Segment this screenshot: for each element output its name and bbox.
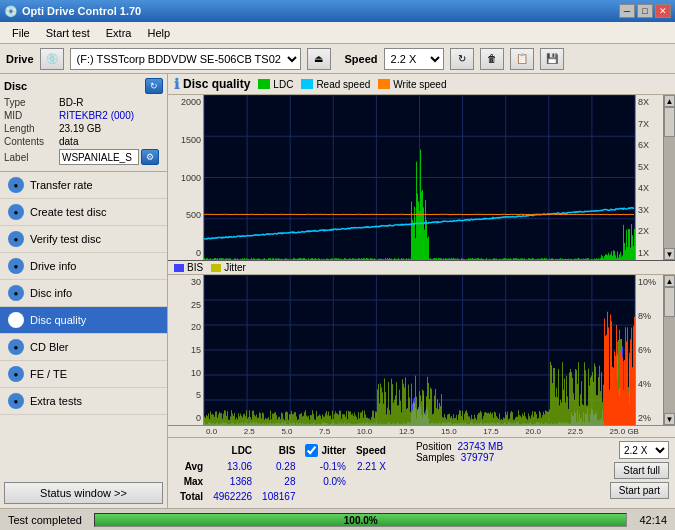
col-bis-header: BIS	[258, 443, 299, 458]
disc-header: Disc ↻	[4, 78, 163, 94]
legend-write-speed: Write speed	[378, 79, 446, 90]
maximize-button[interactable]: □	[637, 4, 653, 18]
bottom-chart-y-axis-right: 10% 8% 6% 4% 2%	[635, 275, 663, 425]
disc-refresh-button[interactable]: ↻	[145, 78, 163, 94]
row-avg-jitter: -0.1%	[301, 460, 349, 473]
stats-position-area: Position 23743 MB Samples 379797	[400, 441, 602, 463]
top-chart-canvas	[204, 95, 635, 260]
start-full-button[interactable]: Start full	[614, 462, 669, 479]
menu-help[interactable]: Help	[139, 25, 178, 41]
row-avg-label: Avg	[176, 460, 207, 473]
nav-icon-fe-te: ●	[8, 366, 24, 382]
nav-item-create-test-disc[interactable]: ● Create test disc	[0, 199, 167, 226]
row-avg-speed: 2.21 X	[352, 460, 390, 473]
bottom-chart-y-axis-left: 30 25 20 15 10 5 0	[168, 275, 204, 425]
app-icon: 💿	[4, 5, 18, 18]
nav-icon-disc-quality: ●	[8, 312, 24, 328]
title-bar-title: 💿 Opti Drive Control 1.70	[4, 5, 141, 18]
x-axis-labels: 0.0 2.5 5.0 7.5 10.0 12.5 15.0 17.5 20.0…	[168, 425, 675, 437]
save-button[interactable]: 💾	[540, 48, 564, 70]
legend-read-speed-box	[301, 79, 313, 89]
progress-text: 100.0%	[95, 515, 626, 526]
legend-jitter: Jitter	[211, 262, 246, 273]
nav-item-extra-tests[interactable]: ● Extra tests	[0, 388, 167, 415]
minimize-button[interactable]: ─	[619, 4, 635, 18]
legend-write-speed-box	[378, 79, 390, 89]
position-value: 23743 MB	[458, 441, 504, 452]
menu-extra[interactable]: Extra	[98, 25, 140, 41]
nav-label-verify-test-disc: Verify test disc	[30, 233, 101, 245]
left-panel: Disc ↻ Type BD-R MID RITEKBR2 (000) Leng…	[0, 74, 168, 508]
nav-label-drive-info: Drive info	[30, 260, 76, 272]
bottom-chart-scrollbar[interactable]: ▲ ▼	[663, 275, 675, 425]
legend-read-speed: Read speed	[301, 79, 370, 90]
bottom-scroll-down-button[interactable]: ▼	[664, 413, 675, 425]
col-jitter-header: Jitter	[321, 445, 345, 456]
title-bar: 💿 Opti Drive Control 1.70 ─ □ ✕	[0, 0, 675, 22]
disc-label-label: Label	[4, 152, 59, 163]
top-chart-scrollbar[interactable]: ▲ ▼	[663, 95, 675, 260]
disc-contents-label: Contents	[4, 136, 59, 147]
row-max-bis: 28	[258, 475, 299, 488]
row-max-jitter: 0.0%	[301, 475, 349, 488]
speed-select[interactable]: 2.2 X	[384, 48, 444, 70]
copy-button[interactable]: 📋	[510, 48, 534, 70]
close-button[interactable]: ✕	[655, 4, 671, 18]
bottom-chart-canvas	[204, 275, 635, 425]
bottom-scroll-thumb[interactable]	[664, 287, 675, 317]
jitter-checkbox[interactable]	[305, 444, 318, 457]
nav-item-fe-te[interactable]: ● FE / TE	[0, 361, 167, 388]
eject-button[interactable]: ⏏	[307, 48, 331, 70]
scroll-up-button[interactable]: ▲	[664, 95, 675, 107]
nav-label-extra-tests: Extra tests	[30, 395, 82, 407]
row-max-label: Max	[176, 475, 207, 488]
bis-chart-header: BIS Jitter	[168, 261, 675, 275]
charts-area: 2000 1500 1000 500 0 8X 7X 6X	[168, 95, 675, 437]
bottom-scroll-up-button[interactable]: ▲	[664, 275, 675, 287]
erase-button[interactable]: 🗑	[480, 48, 504, 70]
row-max-ldc: 1368	[209, 475, 256, 488]
drive-icon-button[interactable]: 💿	[40, 48, 64, 70]
nav-item-disc-info[interactable]: ● Disc info	[0, 280, 167, 307]
refresh-drive-button[interactable]: ↻	[450, 48, 474, 70]
status-window-button[interactable]: Status window >>	[4, 482, 163, 504]
nav-item-drive-info[interactable]: ● Drive info	[0, 253, 167, 280]
drive-select[interactable]: (F:) TSSTcorp BDDVDW SE-506CB TS02	[70, 48, 301, 70]
chart-title: ℹ Disc quality	[174, 76, 250, 92]
nav-item-cd-bler[interactable]: ● CD Bler	[0, 334, 167, 361]
nav-item-verify-test-disc[interactable]: ● Verify test disc	[0, 226, 167, 253]
nav-label-cd-bler: CD Bler	[30, 341, 69, 353]
legend-jitter-box	[211, 264, 221, 272]
menu-start-test[interactable]: Start test	[38, 25, 98, 41]
drive-bar: Drive 💿 (F:) TSSTcorp BDDVDW SE-506CB TS…	[0, 44, 675, 74]
nav-icon-drive-info: ●	[8, 258, 24, 274]
disc-label-input[interactable]	[59, 149, 139, 165]
scroll-thumb[interactable]	[664, 107, 675, 137]
right-panel: ℹ Disc quality LDC Read speed Write spee…	[168, 74, 675, 508]
stats-buttons-area: 2.2 X Start full Start part	[610, 441, 669, 499]
stats-speed-select[interactable]: 2.2 X	[619, 441, 669, 459]
samples-value: 379797	[461, 452, 494, 463]
bottom-scroll-track	[664, 287, 675, 413]
scroll-track	[664, 107, 675, 248]
nav-list: ● Transfer rate ● Create test disc ● Ver…	[0, 172, 167, 415]
nav-item-transfer-rate[interactable]: ● Transfer rate	[0, 172, 167, 199]
scroll-down-button[interactable]: ▼	[664, 248, 675, 260]
disc-type-value: BD-R	[59, 97, 83, 108]
disc-info-section: Disc ↻ Type BD-R MID RITEKBR2 (000) Leng…	[0, 74, 167, 172]
nav-item-disc-quality[interactable]: ● Disc quality	[0, 307, 167, 334]
nav-label-create-test-disc: Create test disc	[30, 206, 106, 218]
nav-label-transfer-rate: Transfer rate	[30, 179, 93, 191]
progress-bar: 100.0%	[94, 513, 627, 527]
title-bar-controls: ─ □ ✕	[619, 4, 671, 18]
disc-label-icon-button[interactable]: ⚙	[141, 149, 159, 165]
menu-file[interactable]: File	[4, 25, 38, 41]
nav-label-fe-te: FE / TE	[30, 368, 67, 380]
chart-header: ℹ Disc quality LDC Read speed Write spee…	[168, 74, 675, 95]
start-part-button[interactable]: Start part	[610, 482, 669, 499]
stats-table: LDC BIS Jitter Speed Avg 13.06 0.28 -0.1…	[174, 441, 392, 505]
disc-type-row: Type BD-R	[4, 97, 163, 108]
nav-icon-transfer-rate: ●	[8, 177, 24, 193]
nav-label-disc-quality: Disc quality	[30, 314, 86, 326]
disc-length-row: Length 23.19 GB	[4, 123, 163, 134]
